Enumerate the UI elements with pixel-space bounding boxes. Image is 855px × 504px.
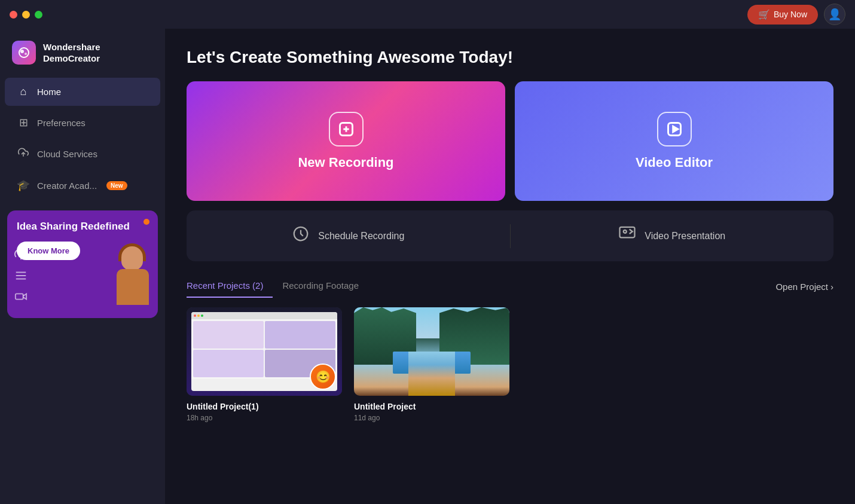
page-heading: Let's Create Something Awesome Today! bbox=[187, 48, 833, 67]
promo-title: Idea Sharing Redefined bbox=[17, 220, 148, 233]
tab-recording-footage[interactable]: Recording Footage bbox=[282, 276, 368, 298]
screen-thumb: 😊 bbox=[187, 307, 342, 396]
svg-point-2 bbox=[25, 53, 27, 55]
new-recording-card[interactable]: New Recording bbox=[187, 81, 505, 201]
main-content: Let's Create Something Awesome Today! Ne… bbox=[165, 29, 855, 504]
nav-label-cloud: Cloud Services bbox=[37, 149, 97, 159]
dot-red bbox=[194, 314, 196, 317]
dot-yellow bbox=[197, 314, 200, 317]
projects-header: Recent Projects (2) Recording Footage Op… bbox=[187, 276, 833, 298]
minimize-button[interactable] bbox=[22, 11, 30, 19]
schedule-icon bbox=[292, 225, 310, 247]
open-project-label: Open Project bbox=[775, 282, 828, 292]
video-editor-card[interactable]: Video Editor bbox=[515, 81, 833, 201]
new-badge: New bbox=[106, 181, 127, 190]
project-thumbnail-2 bbox=[354, 307, 509, 396]
project-name-2: Untitled Project bbox=[354, 402, 509, 411]
upload-icon bbox=[14, 248, 28, 264]
project-card-1[interactable]: 😊 Untitled Project(1) 18h ago bbox=[187, 307, 342, 422]
open-project-link[interactable]: Open Project › bbox=[775, 282, 833, 292]
sidebar-item-creator-academy[interactable]: 🎓 Creator Acad... New bbox=[5, 171, 160, 200]
settings-icon bbox=[14, 269, 28, 285]
close-button[interactable] bbox=[10, 11, 17, 19]
nav-label-home: Home bbox=[37, 87, 61, 97]
nature-thumb bbox=[354, 307, 509, 396]
svg-point-0 bbox=[19, 48, 29, 57]
projects-tabs: Recent Projects (2) Recording Footage bbox=[187, 276, 378, 298]
nav-label-preferences: Preferences bbox=[37, 118, 86, 128]
sidebar-item-cloud-services[interactable]: Cloud Services bbox=[5, 139, 160, 169]
project-card-2[interactable]: Untitled Project 11d ago bbox=[354, 307, 509, 422]
video-editor-label: Video Editor bbox=[636, 155, 713, 170]
schedule-recording-button[interactable]: Schedule Recording bbox=[187, 210, 510, 261]
presentation-icon bbox=[618, 225, 636, 247]
person-head bbox=[121, 246, 143, 270]
project-thumbnail-1: 😊 bbox=[187, 307, 342, 396]
sidebar-item-preferences[interactable]: ⊞ Preferences bbox=[5, 108, 160, 137]
titlebar: 🛒 Buy Now 👤 bbox=[0, 0, 855, 29]
sidebar: Wondershare DemoCreator ⌂ Home ⊞ Prefere… bbox=[0, 29, 165, 504]
cart-icon: 🛒 bbox=[758, 9, 770, 20]
chevron-right-icon: › bbox=[830, 282, 833, 292]
action-cards: New Recording Video Editor bbox=[187, 81, 833, 201]
user-icon: 👤 bbox=[828, 8, 841, 21]
promo-icon-list bbox=[14, 248, 28, 306]
cloud-icon bbox=[17, 147, 30, 161]
new-recording-label: New Recording bbox=[298, 155, 393, 170]
project-time-1: 18h ago bbox=[187, 414, 342, 422]
svg-rect-8 bbox=[16, 294, 23, 299]
person-body bbox=[117, 269, 149, 305]
maximize-button[interactable] bbox=[35, 11, 42, 19]
svg-marker-13 bbox=[673, 126, 677, 132]
app-name: Wondershare DemoCreator bbox=[43, 41, 100, 65]
video-editor-icon bbox=[657, 112, 692, 146]
tab-recent-projects[interactable]: Recent Projects (2) bbox=[187, 276, 273, 298]
record-icon bbox=[14, 290, 28, 306]
schedule-recording-label: Schedule Recording bbox=[318, 231, 404, 242]
projects-section: Recent Projects (2) Recording Footage Op… bbox=[187, 276, 833, 422]
academy-icon: 🎓 bbox=[17, 179, 30, 192]
svg-point-1 bbox=[20, 50, 24, 53]
preferences-icon: ⊞ bbox=[17, 116, 30, 129]
promo-person-figure bbox=[101, 240, 155, 318]
project-time-2: 11d ago bbox=[354, 414, 509, 422]
video-presentation-label: Video Presentation bbox=[645, 231, 725, 242]
nature-road bbox=[408, 352, 455, 396]
overlay-face: 😊 bbox=[310, 364, 336, 390]
buy-now-label: Buy Now bbox=[774, 10, 807, 19]
sidebar-item-home[interactable]: ⌂ Home bbox=[5, 78, 160, 106]
projects-grid: 😊 Untitled Project(1) 18h ago bbox=[187, 307, 833, 422]
home-icon: ⌂ bbox=[17, 85, 30, 98]
buy-now-button[interactable]: 🛒 Buy Now bbox=[747, 5, 818, 25]
window-controls bbox=[10, 11, 42, 19]
new-recording-icon bbox=[329, 112, 364, 146]
titlebar-actions: 🛒 Buy Now 👤 bbox=[747, 4, 845, 25]
user-avatar-button[interactable]: 👤 bbox=[824, 4, 845, 25]
secondary-actions: Schedule Recording Video Presentation bbox=[187, 210, 833, 261]
svg-point-16 bbox=[624, 230, 627, 233]
promo-card: Idea Sharing Redefined Know More bbox=[7, 210, 158, 318]
browser-bar bbox=[191, 312, 337, 319]
video-presentation-button[interactable]: Video Presentation bbox=[511, 210, 834, 261]
app-body: Wondershare DemoCreator ⌂ Home ⊞ Prefere… bbox=[0, 29, 855, 504]
app-logo-icon bbox=[12, 41, 36, 65]
project-name-1: Untitled Project(1) bbox=[187, 402, 342, 411]
logo-area: Wondershare DemoCreator bbox=[0, 35, 165, 77]
nav-label-academy: Creator Acad... bbox=[37, 181, 97, 191]
dot-green bbox=[201, 314, 203, 317]
